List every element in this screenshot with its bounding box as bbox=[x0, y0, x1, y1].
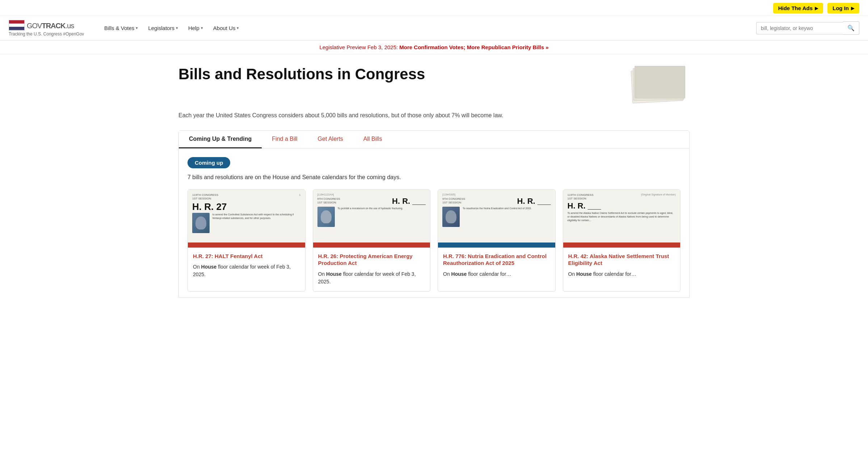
bill-congress-label-27: 119TH CONGRESS1ST SESSION bbox=[192, 193, 218, 201]
chevron-down-icon: ▾ bbox=[201, 26, 203, 30]
bill-congress-label-42: 119TH CONGRESS1ST SESSION bbox=[568, 193, 594, 201]
flag-blue bbox=[9, 27, 24, 30]
logo-gov: GOV bbox=[27, 22, 42, 30]
bill-number-27: H. R. 27 bbox=[192, 202, 301, 211]
tab-find-a-bill[interactable]: Find a Bill bbox=[262, 131, 307, 148]
bill-bottom-bar-26 bbox=[313, 243, 430, 248]
chevron-down-icon: ▾ bbox=[237, 26, 239, 30]
bill-doc-bg-27: 119TH CONGRESS1ST SESSION 1 H. R. 27 bbox=[188, 190, 305, 248]
bill-doc-header-42: 119TH CONGRESS1ST SESSION (Original Sign… bbox=[568, 193, 676, 201]
nav-help-label: Help bbox=[188, 25, 199, 31]
banner-link[interactable]: More Confirmation Votes; More Republican… bbox=[399, 44, 548, 50]
bill-card-desc-26: On House floor calendar for week of Feb … bbox=[318, 270, 425, 286]
bill-text-lines-26: To prohibit a moratorium on the use of h… bbox=[338, 207, 426, 210]
main-nav: Bills & Votes ▾ Legislators ▾ Help ▾ Abo… bbox=[100, 22, 745, 34]
bills-grid: 119TH CONGRESS1ST SESSION 1 H. R. 27 bbox=[187, 189, 681, 292]
bill-bottom-bar-42 bbox=[563, 243, 681, 248]
nav-about-us[interactable]: About Us ▾ bbox=[209, 22, 244, 34]
legislative-banner: Legislative Preview Feb 3, 2025: More Co… bbox=[0, 41, 868, 54]
hide-ads-label: Hide The Ads bbox=[778, 5, 813, 11]
bill-card-42[interactable]: 119TH CONGRESS1ST SESSION (Original Sign… bbox=[563, 189, 681, 292]
play-icon: ▶ bbox=[815, 6, 818, 11]
tabs-container: Coming Up & Trending Find a Bill Get Ale… bbox=[178, 130, 690, 298]
logo-row: GOVTRACK.us bbox=[9, 20, 88, 31]
search-area: 🔍 bbox=[756, 21, 859, 35]
bill-photo-row-26: To prohibit a moratorium on the use of h… bbox=[317, 207, 426, 227]
hide-ads-button[interactable]: Hide The Ads ▶ bbox=[773, 3, 823, 13]
bill-congress-label-776: 9TH CONGRESS1ST SESSION bbox=[442, 197, 465, 205]
bill-card-body-42: H.R. 42: Alaska Native Settlement Trust … bbox=[563, 248, 681, 284]
bill-card-image-27: 119TH CONGRESS1ST SESSION 1 H. R. 27 bbox=[188, 190, 305, 248]
logo-us: .us bbox=[65, 22, 74, 30]
bill-photo-row-27: to amend the Controlled Substances Act w… bbox=[192, 213, 301, 233]
bill-bottom-bar-776 bbox=[438, 243, 555, 248]
bill-bottom-bar-27 bbox=[188, 243, 305, 248]
bill-card-body-27: H.R. 27: HALT Fentanyl Act On House floo… bbox=[188, 248, 305, 284]
banner-prefix: Legislative Preview Feb 3, 2025: bbox=[319, 44, 399, 50]
bill-card-26[interactable]: [119H1121KH] 9TH CONGRESS1ST SESSION H. … bbox=[313, 189, 431, 292]
bill-photo-776 bbox=[442, 207, 460, 227]
bill-card-title-27: H.R. 27: HALT Fentanyl Act bbox=[193, 253, 300, 260]
bill-card-desc-27: On House floor calendar for week of Feb … bbox=[193, 263, 300, 278]
bill-photo-27 bbox=[192, 213, 210, 233]
play-icon-login: ▶ bbox=[851, 6, 854, 11]
nav-about-us-label: About Us bbox=[213, 25, 236, 31]
bill-photo-row-776: To reauthorize the Nutria Eradication an… bbox=[442, 207, 551, 227]
tabs-row: Coming Up & Trending Find a Bill Get Ale… bbox=[179, 131, 689, 148]
bill-doc-bg-776: [119H5305] 9TH CONGRESS1ST SESSION H. R.… bbox=[438, 190, 555, 248]
nav-bills-votes[interactable]: Bills & Votes ▾ bbox=[100, 22, 142, 34]
bill-card-image-42: 119TH CONGRESS1ST SESSION (Original Sign… bbox=[563, 190, 681, 248]
logo-area: GOVTRACK.us Tracking the U.S. Congress #… bbox=[9, 20, 88, 37]
bill-number-26: H. R. ___ bbox=[392, 197, 426, 205]
tab-get-alerts[interactable]: Get Alerts bbox=[308, 131, 353, 148]
bill-congress-label-26: 9TH CONGRESS1ST SESSION bbox=[317, 197, 340, 205]
bill-doc-header-27: 119TH CONGRESS1ST SESSION 1 bbox=[192, 193, 301, 201]
nav-help[interactable]: Help ▾ bbox=[184, 22, 207, 34]
bill-doc-header-26: [119H1121KH] bbox=[317, 193, 426, 196]
logo-text: GOVTRACK.us bbox=[27, 20, 74, 31]
bill-doc-id-776: [119H5305] bbox=[442, 193, 455, 196]
logo-flag bbox=[9, 20, 25, 31]
bill-doc-bg-42: 119TH CONGRESS1ST SESSION (Original Sign… bbox=[563, 190, 681, 248]
page-description: Each year the United States Congress con… bbox=[178, 111, 504, 120]
paper-3 bbox=[635, 66, 685, 98]
bill-number-776: H. R. ___ bbox=[517, 197, 551, 205]
nav-legislators-label: Legislators bbox=[148, 25, 174, 31]
bill-card-body-776: H.R. 776: Nutria Eradication and Control… bbox=[438, 248, 555, 284]
search-button[interactable]: 🔍 bbox=[843, 21, 859, 35]
main-header: GOVTRACK.us Tracking the U.S. Congress #… bbox=[0, 16, 868, 41]
login-button[interactable]: Log In ▶ bbox=[827, 3, 859, 13]
nav-bills-votes-label: Bills & Votes bbox=[104, 25, 134, 31]
search-input[interactable] bbox=[756, 22, 843, 34]
bill-card-desc-776: On House floor calendar for… bbox=[443, 270, 550, 278]
search-icon: 🔍 bbox=[847, 25, 855, 31]
bill-card-776[interactable]: [119H5305] 9TH CONGRESS1ST SESSION H. R.… bbox=[438, 189, 556, 292]
bill-doc-id-42: (Original Signature of Member) bbox=[641, 193, 676, 196]
tab-all-bills[interactable]: All Bills bbox=[353, 131, 392, 148]
tab-coming-up-trending[interactable]: Coming Up & Trending bbox=[179, 131, 262, 148]
main-content: Bills and Resolutions in Congress Each y… bbox=[170, 54, 698, 307]
bill-text-lines-42: To amend the Alaska Native Claims Settle… bbox=[568, 211, 676, 244]
bill-text-lines-27: to amend the Controlled Substances Act w… bbox=[212, 213, 301, 220]
chevron-down-icon: ▾ bbox=[176, 26, 178, 30]
bill-text-lines-776: To reauthorize the Nutria Eradication an… bbox=[463, 207, 551, 210]
bill-card-image-776: [119H5305] 9TH CONGRESS1ST SESSION H. R.… bbox=[438, 190, 555, 248]
nav-legislators[interactable]: Legislators ▾ bbox=[144, 22, 182, 34]
top-bar: Hide The Ads ▶ Log In ▶ bbox=[0, 0, 868, 16]
bill-card-image-26: [119H1121KH] 9TH CONGRESS1ST SESSION H. … bbox=[313, 190, 430, 248]
bill-doc-bg-26: [119H1121KH] 9TH CONGRESS1ST SESSION H. … bbox=[313, 190, 430, 248]
page-title: Bills and Resolutions in Congress bbox=[178, 66, 425, 83]
bill-photo-26 bbox=[317, 207, 335, 227]
bill-card-title-26: H.R. 26: Protecting American Energy Prod… bbox=[318, 253, 425, 267]
logo-track: TRACK bbox=[42, 22, 65, 30]
bill-card-desc-42: On House floor calendar for… bbox=[568, 270, 675, 278]
bill-card-27[interactable]: 119TH CONGRESS1ST SESSION 1 H. R. 27 bbox=[187, 189, 306, 292]
bill-number-42: H. R. ___ bbox=[568, 202, 676, 210]
bills-illustration bbox=[624, 66, 690, 102]
chevron-down-icon: ▾ bbox=[136, 26, 138, 30]
flag-red bbox=[9, 20, 24, 24]
bill-card-title-776: H.R. 776: Nutria Eradication and Control… bbox=[443, 253, 550, 267]
page-title-row: Bills and Resolutions in Congress bbox=[178, 66, 690, 102]
bill-doc-header-776: [119H5305] bbox=[442, 193, 551, 196]
coming-up-badge: Coming up bbox=[187, 157, 230, 168]
